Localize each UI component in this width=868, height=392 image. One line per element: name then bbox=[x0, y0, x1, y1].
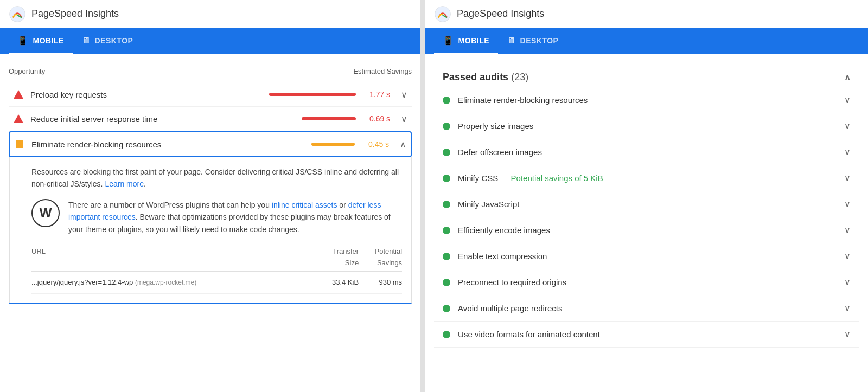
render-blocking-chevron: ∧ bbox=[400, 139, 406, 150]
right-desktop-icon: 🖥 bbox=[507, 36, 516, 46]
passed-row-4[interactable]: Minify JavaScript ∨ bbox=[434, 191, 859, 217]
potential-savings-header: PotentialSavings bbox=[359, 246, 402, 269]
passed-row-5[interactable]: Efficiently encode images ∨ bbox=[434, 217, 859, 243]
wp-text-middle: or bbox=[337, 201, 348, 209]
preload-chevron: ∨ bbox=[401, 89, 407, 100]
preload-bar-container: 1.77 s bbox=[269, 90, 390, 99]
wp-text-content: There are a number of WordPress plugins … bbox=[68, 199, 402, 235]
pagespeed-logo bbox=[9, 5, 26, 23]
left-desktop-label: DESKTOP bbox=[94, 36, 133, 45]
passed-row-7[interactable]: Preconnect to required origins ∨ bbox=[434, 269, 859, 295]
right-app-header: PageSpeed Insights bbox=[425, 0, 868, 28]
render-blocking-label: Eliminate render-blocking resources bbox=[31, 140, 311, 149]
server-icon bbox=[13, 113, 24, 124]
green-dot-1 bbox=[443, 123, 450, 130]
inline-critical-link[interactable]: inline critical assets bbox=[272, 201, 337, 209]
passed-chevron-9: ∨ bbox=[844, 329, 851, 339]
passed-chevron-7: ∨ bbox=[844, 277, 851, 287]
preload-icon bbox=[13, 89, 24, 100]
passed-row-2[interactable]: Defer offscreen images ∨ bbox=[434, 139, 859, 165]
panel-divider bbox=[421, 0, 425, 392]
url-size-0: 33.4 KiB bbox=[315, 277, 359, 288]
server-chevron: ∨ bbox=[401, 114, 407, 124]
left-tab-bar: 📱 MOBILE 🖥 DESKTOP bbox=[0, 28, 420, 54]
passed-label-2: Defer offscreen images bbox=[458, 147, 840, 157]
passed-chevron-2: ∨ bbox=[844, 147, 851, 157]
right-content: Passed audits (23) ∧ Eliminate render-bl… bbox=[425, 54, 868, 392]
url-table-header: URL TransferSize PotentialSavings bbox=[31, 244, 402, 272]
passed-row-6[interactable]: Enable text compression ∨ bbox=[434, 243, 859, 269]
passed-label-5: Efficiently encode images bbox=[458, 226, 840, 235]
wp-text-before: There are a number of WordPress plugins … bbox=[68, 201, 272, 209]
table-header: Opportunity Estimated Savings bbox=[9, 63, 412, 80]
svg-point-1 bbox=[435, 6, 451, 22]
passed-audits-chevron[interactable]: ∧ bbox=[844, 72, 851, 82]
url-col-header: URL bbox=[31, 246, 315, 269]
right-mobile-icon: 📱 bbox=[443, 35, 454, 46]
minify-css-savings: — Potential savings of 5 KiB bbox=[500, 173, 603, 183]
server-savings: 0.69 s bbox=[360, 114, 390, 123]
left-content: Opportunity Estimated Savings Preload ke… bbox=[0, 54, 420, 392]
expanded-description: Resources are blocking the first paint o… bbox=[31, 166, 402, 190]
green-dot-0 bbox=[443, 97, 450, 104]
passed-chevron-1: ∨ bbox=[844, 121, 851, 131]
passed-row-0[interactable]: Eliminate render-blocking resources ∨ bbox=[434, 87, 859, 113]
passed-row-1[interactable]: Properly size images ∨ bbox=[434, 113, 859, 139]
left-app-title: PageSpeed Insights bbox=[31, 8, 119, 20]
passed-label-0: Eliminate render-blocking resources bbox=[458, 95, 840, 105]
right-desktop-label: DESKTOP bbox=[520, 36, 559, 45]
audit-row-server[interactable]: Reduce initial server response time 0.69… bbox=[9, 107, 412, 131]
green-dot-5 bbox=[443, 227, 450, 234]
passed-label-7: Preconnect to required origins bbox=[458, 278, 840, 287]
estimated-savings-header: Estimated Savings bbox=[353, 67, 412, 75]
render-blocking-savings: 0.45 s bbox=[359, 140, 389, 149]
mobile-icon: 📱 bbox=[17, 35, 29, 46]
left-app-header: PageSpeed Insights bbox=[0, 0, 420, 28]
passed-label-4: Minify JavaScript bbox=[458, 200, 840, 209]
passed-audits-header: Passed audits (23) ∧ bbox=[434, 63, 859, 87]
url-savings-0: 930 ms bbox=[359, 277, 402, 288]
server-bar bbox=[302, 117, 356, 120]
passed-count: (23) bbox=[511, 72, 528, 82]
svg-point-0 bbox=[10, 6, 25, 22]
passed-label-1: Properly size images bbox=[458, 121, 840, 131]
green-dot-4 bbox=[443, 201, 450, 208]
preload-savings: 1.77 s bbox=[360, 90, 390, 99]
audit-row-preload[interactable]: Preload key requests 1.77 s ∨ bbox=[9, 82, 412, 107]
right-mobile-label: MOBILE bbox=[458, 36, 489, 45]
green-dot-3 bbox=[443, 175, 450, 182]
left-tab-mobile[interactable]: 📱 MOBILE bbox=[9, 28, 73, 54]
expanded-detail: Resources are blocking the first paint o… bbox=[9, 157, 412, 304]
server-label: Reduce initial server response time bbox=[30, 114, 302, 124]
green-dot-8 bbox=[443, 305, 450, 312]
passed-label-9: Use video formats for animated content bbox=[458, 330, 840, 339]
passed-row-3[interactable]: Minify CSS — Potential savings of 5 KiB … bbox=[434, 165, 859, 191]
render-blocking-bar bbox=[311, 143, 355, 146]
green-dot-2 bbox=[443, 149, 450, 156]
right-app-title: PageSpeed Insights bbox=[457, 8, 544, 20]
right-pagespeed-logo bbox=[434, 5, 451, 23]
passed-chevron-0: ∨ bbox=[844, 95, 851, 105]
wordpress-logo: W bbox=[31, 199, 60, 227]
right-tab-bar: 📱 MOBILE 🖥 DESKTOP bbox=[425, 28, 868, 54]
right-panel: PageSpeed Insights 📱 MOBILE 🖥 DESKTOP Pa… bbox=[425, 0, 868, 392]
server-bar-container: 0.69 s bbox=[302, 114, 390, 123]
opportunity-header: Opportunity bbox=[9, 67, 45, 75]
transfer-size-header: TransferSize bbox=[315, 246, 359, 269]
left-mobile-label: MOBILE bbox=[33, 36, 64, 45]
passed-label-3: Minify CSS — Potential savings of 5 KiB bbox=[458, 173, 840, 183]
green-dot-6 bbox=[443, 253, 450, 260]
green-dot-9 bbox=[443, 331, 450, 338]
left-tab-desktop[interactable]: 🖥 DESKTOP bbox=[73, 28, 142, 54]
passed-row-8[interactable]: Avoid multiple page redirects ∨ bbox=[434, 295, 859, 322]
green-dot-7 bbox=[443, 279, 450, 286]
passed-row-9[interactable]: Use video formats for animated content ∨ bbox=[434, 322, 859, 348]
right-tab-desktop[interactable]: 🖥 DESKTOP bbox=[498, 28, 567, 54]
learn-more-link[interactable]: Learn more bbox=[105, 179, 144, 188]
desktop-icon: 🖥 bbox=[81, 36, 91, 46]
passed-chevron-6: ∨ bbox=[844, 251, 851, 261]
right-tab-mobile[interactable]: 📱 MOBILE bbox=[434, 28, 498, 54]
passed-chevron-4: ∨ bbox=[844, 199, 851, 209]
passed-chevron-8: ∨ bbox=[844, 303, 851, 313]
audit-row-render-blocking[interactable]: Eliminate render-blocking resources 0.45… bbox=[9, 131, 412, 157]
